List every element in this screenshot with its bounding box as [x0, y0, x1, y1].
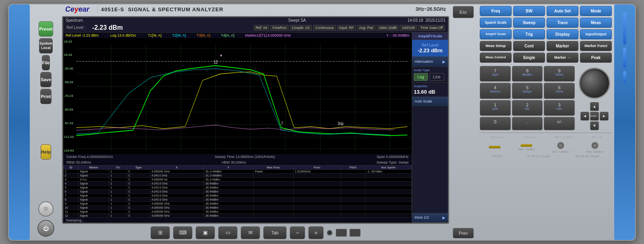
- mail-button[interactable]: ✉: [241, 226, 260, 239]
- more-softkey[interactable]: More 1/2 ▶: [412, 213, 448, 223]
- gen-out-port[interactable]: [520, 144, 533, 147]
- print-button[interactable]: Print: [40, 89, 51, 104]
- table-row: 4Signal2C4.0X0.0 GHz-30.94dBm: [64, 181, 412, 185]
- screen-main: Ref Level -2.23 dBm Log 13.6 dB/Div T1[W…: [63, 33, 448, 223]
- table-row: 1Signal1C4.000000 GHz-31.1+08dBmPower1.5…: [64, 169, 412, 173]
- connector-labels: SNS Drive Gen Out RF 2 In (NF) RF 1 In: [480, 135, 612, 140]
- spanx-scale-button[interactable]: SpanX Scale: [480, 18, 512, 28]
- marker-funct-button[interactable]: Marker Funct: [580, 41, 612, 51]
- table-row: 10Signal1C4.000000 GHz-30.94dBm: [64, 205, 412, 209]
- chart-info-bar: Ref Level -2.23 dBm Log 13.6 dB/Div T1[W…: [63, 33, 412, 38]
- svg-text:12: 12: [213, 59, 218, 64]
- num-9-button[interactable]: 9GHz/s: [544, 66, 575, 82]
- marker-button[interactable]: Marker: [547, 41, 578, 51]
- bottom-toolbar: ⊞ ⌨ ▣ ▭ ✉ Tab − +: [62, 224, 449, 240]
- table-row: 12Signal1C4.000000 GHz-30.94dBm: [64, 213, 412, 217]
- file-button[interactable]: File: [42, 55, 50, 70]
- mode-button[interactable]: Mode: [580, 6, 612, 16]
- rf1-in-port[interactable]: [591, 141, 599, 150]
- plus-button[interactable]: +: [308, 226, 324, 239]
- help-button[interactable]: Help: [41, 144, 51, 160]
- num-0-button[interactable]: 0: [480, 117, 511, 130]
- table-row: 2Signal1C4.040.0 GHz-31.1+08dBm: [64, 173, 412, 177]
- num-8-button[interactable]: 8dB/dBm: [512, 66, 543, 82]
- up-arrow-button[interactable]: ▲: [590, 102, 599, 111]
- keyboard-button[interactable]: ⌨: [173, 226, 192, 239]
- table-row: 7Signal1C4.0X0.0 GHz-30.94dBm: [64, 193, 412, 197]
- scale-type-label: Scale Type: [414, 68, 446, 72]
- scale-line-btn[interactable]: Line: [429, 73, 444, 81]
- preset-button[interactable]: Preset: [39, 21, 53, 37]
- jog-dial[interactable]: [579, 68, 610, 99]
- esc-button[interactable]: Esc: [453, 6, 474, 18]
- system-local-button[interactable]: SystemLocal: [39, 38, 53, 53]
- marker-arrow-button[interactable]: Marker →: [547, 53, 578, 63]
- num-5-button[interactable]: 5kHz/μs: [512, 83, 543, 99]
- couple-tag: Couple: AC: [290, 25, 312, 31]
- attenuation-softkey[interactable]: Attenuation ▶: [412, 57, 448, 67]
- auto-scale-softkey[interactable]: Auto Scale: [412, 97, 448, 106]
- ref-level-softkey[interactable]: Ref Level -2.23 dBm: [412, 40, 448, 57]
- table-row: 6Signal1C4.0X0.0 GHz-30.94dBm: [64, 189, 412, 193]
- freq-range: 3Hz~26.5GHz: [415, 6, 446, 12]
- power-button[interactable]: ⏻: [37, 220, 54, 237]
- table-row: 5Signal1C4.0X0.0 GHz-30.94dBm: [64, 185, 412, 189]
- function-buttons-row1: Freq BW Auto Set Mode: [480, 6, 612, 16]
- monitor-button[interactable]: ▭: [218, 226, 237, 239]
- scale-div-label: Scale/Div: [414, 84, 446, 88]
- auto-set-button[interactable]: Auto Set: [547, 6, 578, 16]
- cont-button[interactable]: Cont: [513, 41, 545, 51]
- num-7-button[interactable]: 7A/μA: [480, 66, 511, 82]
- freq-button[interactable]: Freq: [480, 6, 512, 16]
- meas-control-button[interactable]: Meas Control: [480, 53, 512, 63]
- num-1-button[interactable]: 1pnts: [480, 100, 511, 116]
- trackball[interactable]: [327, 230, 332, 236]
- down-arrow-button[interactable]: ▼: [590, 121, 599, 130]
- usb-port-2[interactable]: [349, 229, 361, 237]
- brand-bar: Ceyear 4051E-S SIGNAL & SPECTRUM ANALYZE…: [62, 4, 449, 14]
- left-arrow-button[interactable]: ◄: [580, 112, 589, 121]
- single-button[interactable]: Single: [513, 53, 545, 63]
- num-6-button[interactable]: 6Hz/ns: [544, 83, 575, 99]
- display-button[interactable]: Display: [547, 29, 578, 39]
- plusminus-button[interactable]: +/-: [544, 117, 575, 130]
- trace-button[interactable]: Trace: [547, 18, 578, 28]
- usb-port-1[interactable]: [336, 229, 347, 237]
- sweep-button[interactable]: Sweep: [513, 18, 545, 28]
- save-button[interactable]: Save: [40, 72, 52, 87]
- window2-button[interactable]: ▣: [196, 226, 215, 239]
- trig-button[interactable]: Trig: [513, 29, 545, 39]
- brand-logo: Ceyear: [65, 5, 89, 14]
- analyzer-device: Preset SystemLocal File Save Print Help …: [8, 4, 636, 241]
- meas-button[interactable]: Meas: [580, 18, 612, 28]
- num-2-button[interactable]: 2min: [512, 100, 543, 116]
- decimal-button[interactable]: .: [512, 117, 543, 130]
- num-4-button[interactable]: 4MHz/ms: [480, 83, 511, 99]
- ampt-y-scale-button[interactable]: Ampt/Y Scale: [480, 29, 512, 39]
- bw-info-bar: RBW 30.00kHz VBW 30.00kHz Sweep Type: Sw…: [63, 160, 412, 165]
- screen-status-bar: Spectrum Swept SA 14:03:18 2015/11/21: [63, 17, 448, 23]
- marker-info: Marker12[T1]:4.000000 GHz: [245, 33, 291, 37]
- right-arrow-button[interactable]: ►: [600, 112, 609, 121]
- tab-button[interactable]: Tab: [263, 226, 287, 239]
- bw-button[interactable]: BW: [513, 6, 545, 16]
- input-output-button[interactable]: InputOutput: [580, 29, 612, 39]
- prev-button[interactable]: Prev: [453, 228, 474, 238]
- ref-int-tag: Ref: Int: [254, 25, 269, 31]
- rf2-in-port[interactable]: [557, 141, 565, 150]
- enter-button[interactable]: Enter←: [590, 112, 599, 121]
- sns-drive-port[interactable]: [489, 146, 501, 149]
- dc-labels: 20V DC 9V DC DC Couple 30V DC AC Couple: [480, 155, 612, 158]
- minus-button[interactable]: −: [290, 226, 305, 239]
- ref-level-bar: Ref Level : -2.23 dBm Ref: Int FreeRun C…: [63, 23, 448, 33]
- scale-log-btn[interactable]: Log: [414, 73, 428, 81]
- num-3-button[interactable]: 3max: [544, 100, 575, 116]
- windows-button[interactable]: ⊞: [151, 226, 170, 239]
- peak-button[interactable]: Peak: [580, 53, 612, 63]
- meas-setup-button[interactable]: Meas Setup: [480, 41, 512, 51]
- indicator-light: [38, 201, 54, 217]
- arrow-cluster: ▲ ◄ Enter← ► ▼: [580, 102, 609, 130]
- atten-tag: Atten:10dB: [377, 25, 399, 31]
- input-tag: Input: RF: [337, 25, 356, 31]
- table-row: 3C+Lo1C4.000000 Hz-31.1+0dBm: [64, 177, 412, 181]
